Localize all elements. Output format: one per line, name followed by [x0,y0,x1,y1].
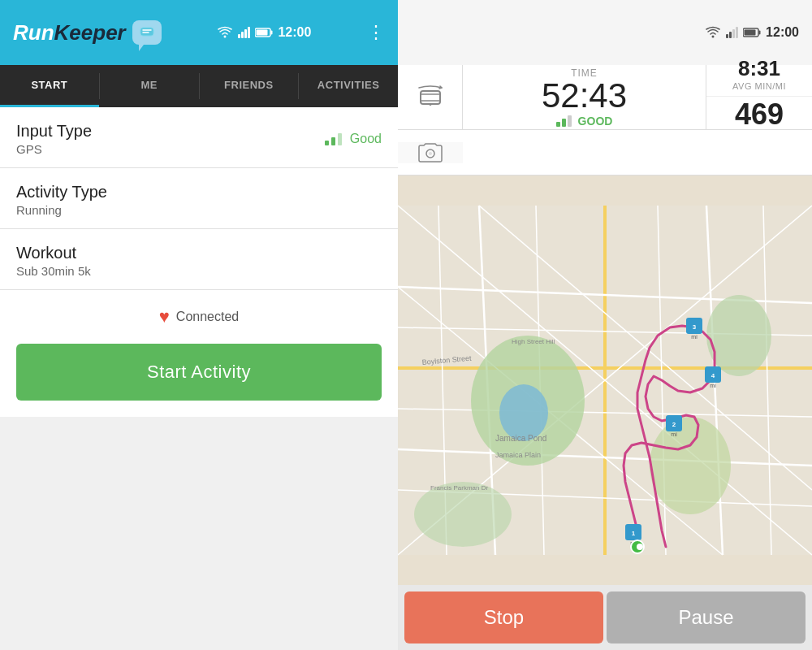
avg-label: AVG MIN/MI [732,81,786,91]
menu-dots[interactable]: ⋮ [367,22,385,43]
left-content: Input Type GPS Good Activity Type Runnin… [0,107,398,417]
svg-point-36 [650,417,731,514]
signal-bars [325,133,342,145]
time-left: 12:00 [278,25,311,40]
stats-row-top: TIME 52:43 GOOD 8:31 AVG MIN/MI 469 CALO… [398,65,812,130]
tab-friends[interactable]: FRIENDS [200,65,299,107]
heart-icon: ♥ [159,306,170,327]
logo-keeper: Keeper [54,20,126,46]
stop-button[interactable]: Stop [404,592,603,644]
start-activity-button[interactable]: Start Activity [16,344,382,401]
input-type-info: Input Type GPS [16,122,92,156]
start-button-container: Start Activity [0,344,398,417]
tab-start[interactable]: START [0,65,99,107]
right-panel: 12:00 TIME 52:43 GOOD [398,0,812,650]
stat-time-section: TIME 52:43 GOOD [463,65,706,129]
logo-bubble [132,20,162,45]
svg-point-38 [414,482,512,547]
svg-point-14 [429,103,431,106]
header-status: 12:00 [217,25,311,40]
camera-icon [417,142,443,163]
input-type-label: Input Type [16,122,92,141]
tab-me[interactable]: ME [100,65,199,107]
input-type-value: GPS [16,142,92,156]
bottom-buttons: Stop Pause [398,585,812,650]
logo-run: Run [13,20,54,46]
left-bottom-space [0,417,398,650]
input-type-row-inner: Input Type GPS Good [16,122,382,156]
connected-section: ♥ Connected [0,290,398,344]
signal-bars-right [726,27,738,38]
tab-activities[interactable]: ACTIVITIES [299,65,398,107]
svg-text:Jamaica Pond: Jamaica Pond [495,434,546,443]
chat-icon [140,27,154,38]
avg-section: 8:31 AVG MIN/MI [706,56,812,97]
svg-text:3: 3 [693,323,697,331]
right-status-bar: 12:00 [705,25,799,40]
svg-point-3 [224,36,227,38]
camera-section[interactable] [398,142,463,163]
svg-point-37 [706,295,771,376]
svg-point-39 [499,384,548,441]
avg-value: 8:31 [738,56,780,81]
svg-rect-5 [271,31,273,35]
signal-bars-left [238,27,250,38]
battery-icon-left [255,27,273,38]
svg-text:mi: mi [710,383,716,388]
svg-text:Jamaica Plain: Jamaica Plain [495,451,541,459]
good-text: Good [350,132,382,146]
map-container: 1 mi 2 mi 3 mi 4 mi Boylston Street Heat… [398,176,812,585]
activity-type-value: Running [16,203,382,217]
tabs-bar: START ME FRIENDS ACTIVITIES [0,65,398,107]
calories-value: 469 [735,100,784,129]
workout-row[interactable]: Workout Sub 30min 5k [0,229,398,290]
svg-point-16 [429,152,432,155]
svg-text:4: 4 [711,372,715,379]
svg-point-7 [712,36,715,38]
svg-point-53 [637,544,643,550]
svg-rect-0 [140,28,153,36]
time-right: 12:00 [766,25,799,40]
logo: Run Keeper [13,20,162,46]
stat-right-section: 8:31 AVG MIN/MI 469 CALORIES [706,65,812,129]
workout-value: Sub 30min 5k [16,264,382,278]
svg-text:High Street Hill: High Street Hill [512,338,555,345]
quality-label: GOOD [578,115,613,128]
left-panel: Run Keeper [0,0,398,650]
pause-button[interactable]: Pause [607,592,806,644]
wifi-icon-left [217,26,233,39]
svg-text:1: 1 [632,530,636,537]
svg-text:mi: mi [691,334,698,340]
signal-good-badge: Good [325,132,382,146]
map-svg: 1 mi 2 mi 3 mi 4 mi Boylston Street Heat… [398,176,812,585]
svg-rect-11 [421,91,440,104]
phone-icon-container [398,65,463,129]
signal-quality: GOOD [556,115,613,128]
svg-rect-10 [745,30,756,36]
quality-bars [556,115,572,127]
left-header: Run Keeper [0,0,398,65]
input-type-row: Input Type GPS Good [0,107,398,168]
svg-text:Francis Parkman Dr: Francis Parkman Dr [430,484,488,492]
wifi-icon-right [705,26,721,39]
svg-text:2: 2 [672,421,676,428]
svg-rect-6 [257,30,268,36]
battery-icon-right [743,27,761,38]
connected-text: Connected [176,310,239,324]
svg-rect-9 [759,31,761,35]
svg-text:mi: mi [671,431,677,437]
activity-type-label: Activity Type [16,183,382,202]
workout-label: Workout [16,244,382,262]
phone-rotate-icon [416,83,445,112]
activity-type-row[interactable]: Activity Type Running [0,168,398,229]
camera-row [398,130,812,176]
time-value: 52:43 [542,79,627,113]
